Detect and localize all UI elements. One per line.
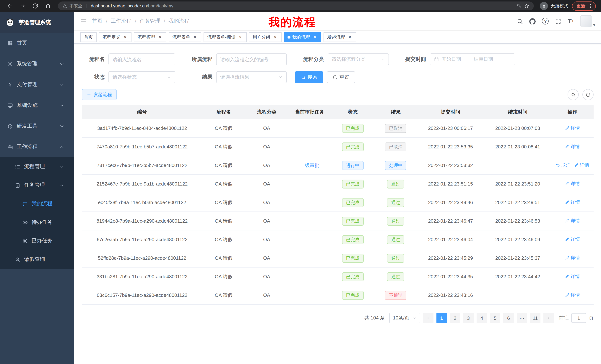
sidebar-item-task-management[interactable]: 任务管理 bbox=[0, 176, 74, 194]
incognito-badge[interactable]: 无痕模式 bbox=[540, 2, 568, 10]
page-6-button[interactable]: 6 bbox=[503, 313, 514, 323]
reload-icon[interactable] bbox=[32, 3, 39, 9]
refresh-icon bbox=[333, 75, 338, 80]
breadcrumb-item[interactable]: 任务管理 bbox=[140, 18, 160, 25]
pagination-ellipsis[interactable]: ··· bbox=[517, 313, 527, 323]
bookmark-star-icon[interactable] bbox=[524, 3, 529, 9]
edit-icon bbox=[565, 274, 570, 279]
page-2-button[interactable]: 2 bbox=[450, 313, 460, 323]
tab-process-model[interactable]: 流程模型× bbox=[134, 32, 166, 42]
breadcrumb-item[interactable]: 首页 bbox=[92, 18, 102, 25]
page-unit: 页 bbox=[589, 315, 594, 321]
page-11-button[interactable]: 11 bbox=[530, 313, 541, 323]
submit-time-range-picker[interactable]: 开始日期 - 结束日期 bbox=[430, 53, 515, 65]
detail-link[interactable]: 详情 bbox=[565, 292, 580, 298]
sidebar-item-system-management[interactable]: 系统管理 bbox=[0, 53, 74, 74]
page-jump-input[interactable] bbox=[571, 313, 586, 323]
cell-id: 7317cec6-7b9b-11ec-b5b7-acde48001122 bbox=[82, 156, 202, 175]
cell-id: 7470a810-7b9b-11ec-b5b7-acde48001122 bbox=[82, 137, 202, 156]
current-task-link[interactable]: 一级审批 bbox=[300, 162, 320, 169]
process-name-input[interactable] bbox=[109, 53, 175, 65]
help-icon[interactable]: ? bbox=[542, 18, 549, 25]
tab-home[interactable]: 首页 bbox=[80, 32, 97, 42]
back-icon[interactable] bbox=[7, 3, 13, 9]
close-tab-icon[interactable]: × bbox=[273, 35, 278, 40]
detail-link[interactable]: 详情 bbox=[565, 218, 580, 224]
sidebar-item-process-management[interactable]: 流程管理 bbox=[0, 157, 74, 176]
status-select[interactable]: 请选择状态 bbox=[109, 71, 175, 83]
tab-process-form-edit[interactable]: 流程表单-编辑× bbox=[204, 32, 247, 42]
sidebar-item-workflow[interactable]: 工作流程 bbox=[0, 136, 74, 157]
reset-button[interactable]: 重置 bbox=[327, 71, 355, 83]
cell-end-time: 2022-01-22 23:49:51 bbox=[484, 193, 551, 212]
address-bar[interactable]: 不安全 dashboard.yudao.iocoder.cn/bpm/task/… bbox=[58, 1, 534, 10]
key-icon[interactable] bbox=[517, 3, 522, 9]
close-tab-icon[interactable]: × bbox=[238, 35, 243, 40]
sidebar-menu: 首页系统管理支付管理基础设施研发工具工作流程流程管理任务管理我的流程待办任务已办… bbox=[0, 33, 74, 269]
close-tab-icon[interactable]: × bbox=[158, 35, 163, 40]
prev-page-button[interactable] bbox=[423, 313, 433, 323]
detail-link[interactable]: 详情 bbox=[565, 181, 580, 187]
close-tab-icon[interactable]: × bbox=[347, 35, 352, 40]
sidebar-item-done-tasks[interactable]: 已办任务 bbox=[0, 231, 74, 250]
sidebar-toggle-button[interactable] bbox=[80, 18, 87, 25]
detail-link[interactable]: 详情 bbox=[565, 236, 580, 243]
search-toggle-button[interactable] bbox=[568, 89, 579, 100]
detail-link[interactable]: 详情 bbox=[574, 162, 589, 168]
sidebar-item-payment-management[interactable]: 支付管理 bbox=[0, 74, 74, 95]
detail-link[interactable]: 详情 bbox=[565, 125, 580, 131]
cancel-link[interactable]: 取消 bbox=[556, 162, 571, 168]
breadcrumb-item[interactable]: 工作流程 bbox=[111, 18, 131, 25]
next-page-button[interactable] bbox=[543, 313, 554, 323]
sidebar-item-infrastructure[interactable]: 基础设施 bbox=[0, 95, 74, 116]
page-3-button[interactable]: 3 bbox=[463, 313, 474, 323]
detail-link[interactable]: 详情 bbox=[565, 255, 580, 261]
close-tab-icon[interactable]: × bbox=[312, 35, 318, 40]
font-size-icon[interactable]: TT bbox=[568, 18, 574, 24]
update-button[interactable]: 更新 bbox=[572, 1, 596, 10]
search-button[interactable]: 搜索 bbox=[295, 71, 323, 83]
tab-my-process[interactable]: 我的流程× bbox=[284, 32, 321, 42]
page-1-button[interactable]: 1 bbox=[436, 313, 447, 323]
app-logo[interactable]: 芋道管理系统 bbox=[0, 12, 74, 33]
sidebar-item-dev-tools[interactable]: 研发工具 bbox=[0, 116, 74, 136]
tab-process-definition[interactable]: 流程定义× bbox=[99, 32, 131, 42]
sidebar-item-my-process[interactable]: 我的流程 bbox=[0, 194, 74, 213]
detail-link[interactable]: 详情 bbox=[565, 273, 580, 280]
search-icon[interactable] bbox=[517, 18, 523, 24]
sidebar-item-todo-tasks[interactable]: 待办任务 bbox=[0, 213, 74, 231]
process-definition-input[interactable] bbox=[216, 53, 287, 65]
table-refresh-button[interactable] bbox=[582, 89, 594, 100]
tab-user-group[interactable]: 用户分组× bbox=[249, 32, 281, 42]
search-button-label: 搜索 bbox=[308, 74, 317, 80]
cell-status: 已完成 bbox=[331, 249, 375, 267]
close-tab-icon[interactable]: × bbox=[192, 35, 198, 40]
page-5-button[interactable]: 5 bbox=[490, 313, 500, 323]
tab-start-process[interactable]: 发起流程× bbox=[323, 32, 356, 42]
sidebar: 芋道管理系统 首页系统管理支付管理基础设施研发工具工作流程流程管理任务管理我的流… bbox=[0, 12, 74, 364]
breadcrumb-item: 我的流程 bbox=[169, 18, 189, 25]
cell-end-time: 2022-01-22 23:46:09 bbox=[484, 230, 551, 249]
create-process-button[interactable]: 发起流程 bbox=[82, 89, 117, 100]
home-icon[interactable] bbox=[45, 3, 51, 9]
edit-icon bbox=[565, 219, 570, 223]
tab-process-form[interactable]: 流程表单× bbox=[169, 32, 201, 42]
detail-link[interactable]: 详情 bbox=[565, 144, 580, 150]
page-size-select[interactable]: 10条/页 bbox=[389, 313, 420, 323]
forward-icon[interactable] bbox=[19, 3, 26, 9]
not-secure-warning-icon[interactable] bbox=[62, 3, 67, 8]
close-tab-icon[interactable]: × bbox=[123, 35, 128, 40]
user-avatar[interactable]: ▾ bbox=[580, 15, 595, 27]
browser-menu-icon[interactable] bbox=[588, 3, 593, 9]
category-select[interactable]: 请选择流程分类 bbox=[328, 53, 389, 65]
sidebar-item-leave-query[interactable]: 请假查询 bbox=[0, 250, 74, 269]
status-label: 状态 bbox=[82, 74, 105, 80]
fullscreen-icon[interactable] bbox=[555, 18, 561, 24]
github-icon[interactable] bbox=[530, 18, 536, 24]
filter-status: 状态 请选择状态 bbox=[82, 71, 175, 83]
sidebar-item-home[interactable]: 首页 bbox=[0, 33, 74, 53]
result-select[interactable]: 请选择流结果 bbox=[216, 71, 287, 83]
cell-end-time: 2022-01-22 23:44:42 bbox=[484, 267, 551, 286]
page-4-button[interactable]: 4 bbox=[477, 313, 487, 323]
detail-link[interactable]: 详情 bbox=[565, 199, 580, 206]
